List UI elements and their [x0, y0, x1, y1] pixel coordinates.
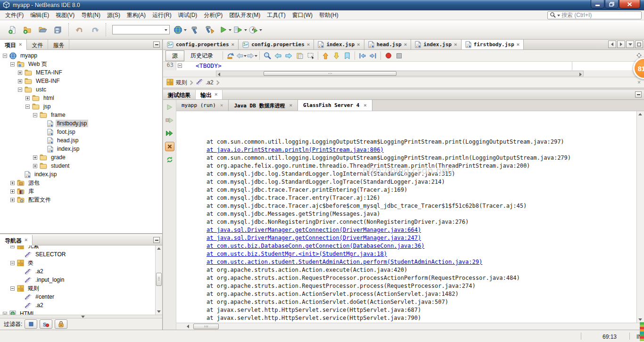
- tab-item[interactable]: 输出×: [196, 90, 223, 99]
- close-icon[interactable]: ×: [404, 41, 407, 48]
- project-tree-item-ustc[interactable]: ustc: [0, 85, 162, 94]
- find-next-occurrence-button[interactable]: [283, 51, 294, 60]
- stack-trace-line[interactable]: at java.sql.DriverManager.getConnection(…: [206, 226, 636, 234]
- rerun-debug-button[interactable]: [165, 115, 174, 125]
- scroll-left-icon[interactable]: [187, 325, 189, 328]
- close-icon[interactable]: ×: [517, 41, 520, 48]
- expand-icon[interactable]: [25, 96, 30, 100]
- project-tree-item-firstbody-jsp[interactable]: firstbody.jsp: [0, 119, 162, 128]
- editor-tab-config-properties[interactable]: config.properties×: [163, 40, 239, 49]
- navigator-item-input-login[interactable]: .input_login: [0, 276, 162, 284]
- expand-icon[interactable]: [18, 79, 22, 83]
- refresh-button[interactable]: [165, 155, 174, 164]
- close-button[interactable]: [619, 0, 640, 8]
- close-icon[interactable]: ×: [307, 41, 310, 48]
- stack-trace-line[interactable]: at com.ustc.action.student.StudentAdminA…: [206, 258, 636, 266]
- close-icon[interactable]: ×: [220, 102, 223, 111]
- project-tree-item-jsp[interactable]: jsp: [0, 102, 162, 111]
- tab-item[interactable]: 项目×: [0, 40, 27, 50]
- collapse-icon[interactable]: [18, 88, 22, 92]
- project-tree-item-index-jsp[interactable]: index.jsp: [0, 170, 162, 179]
- navigator-item-selector[interactable]: SELECTOR: [0, 250, 162, 259]
- project-tree-item-item[interactable]: 源包: [0, 179, 162, 187]
- menu-13[interactable]: 帮助(H): [316, 10, 342, 21]
- project-tree-item-foot-jsp[interactable]: foot.jsp: [0, 128, 162, 136]
- expand-icon[interactable]: [33, 155, 37, 160]
- project-tree-item-web[interactable]: Web 页: [0, 60, 162, 68]
- scroll-up-icon[interactable]: [157, 247, 161, 250]
- navigator-item-item[interactable]: 规则: [0, 284, 162, 293]
- stop-server-button[interactable]: [165, 142, 174, 151]
- collapse-icon[interactable]: [10, 286, 15, 291]
- debug-project-button[interactable]: [234, 23, 247, 37]
- output-tab-glassfish-server-4[interactable]: GlassFish Server 4×: [298, 100, 372, 111]
- scroll-right-icon[interactable]: [579, 73, 582, 76]
- navigator-item-item[interactable]: 元素: [0, 245, 162, 250]
- filter-show-elements-button[interactable]: [25, 319, 37, 329]
- menu-2[interactable]: 编辑(E): [27, 10, 52, 21]
- save-all-button[interactable]: [51, 23, 64, 37]
- build-project-button[interactable]: [189, 23, 202, 37]
- title-bar[interactable]: myapp - NetBeans IDE 8.0: [0, 0, 644, 10]
- project-tree-item-frame[interactable]: frame: [0, 111, 162, 119]
- tab-list-dropdown-button[interactable]: [626, 41, 634, 48]
- close-icon[interactable]: ×: [25, 237, 27, 245]
- scroll-down-icon[interactable]: [157, 310, 161, 313]
- menu-10[interactable]: 团队开发(M): [226, 10, 264, 21]
- clean-build-project-button[interactable]: [204, 23, 217, 37]
- output-vertical-scrollbar[interactable]: [636, 111, 644, 323]
- history-view-button[interactable]: 历史记录: [185, 51, 218, 61]
- stack-trace-line[interactable]: at java.io.PrintStream.println(PrintStre…: [206, 146, 636, 154]
- last-edit-position-button[interactable]: [225, 51, 236, 60]
- menu-8[interactable]: 调试(D): [175, 10, 201, 21]
- editor-tab-config-properties[interactable]: config.properties×: [239, 40, 314, 49]
- breadcrumb-item-rules[interactable]: 规则: [166, 79, 187, 87]
- next-bookmark-button[interactable]: [331, 51, 342, 60]
- project-tree-item-item[interactable]: 配置文件: [0, 195, 162, 204]
- toggle-highlight-search-button[interactable]: [294, 51, 305, 60]
- project-tree-item-head-jsp[interactable]: head.jsp: [0, 136, 162, 145]
- editor-tab-index-jsp[interactable]: index.jsp×: [314, 40, 364, 49]
- minimize-window-group-button[interactable]: [153, 41, 160, 48]
- close-icon[interactable]: ×: [19, 41, 22, 50]
- output-tab-myapp-run[interactable]: myapp (run)×: [176, 100, 229, 111]
- close-icon[interactable]: ×: [215, 91, 217, 99]
- scroll-down-icon[interactable]: [638, 318, 642, 321]
- deploy-button[interactable]: [173, 23, 187, 37]
- navigator-item-html[interactable]: HTML: [0, 309, 162, 315]
- expand-icon[interactable]: [18, 71, 22, 75]
- menu-9[interactable]: 分析(P): [200, 10, 226, 21]
- expand-icon[interactable]: [10, 189, 15, 194]
- menu-11[interactable]: 工具(T): [264, 10, 289, 21]
- collapse-icon[interactable]: [10, 245, 15, 248]
- collapse-icon[interactable]: [33, 113, 37, 117]
- close-breadcrumb-icon[interactable]: ×: [637, 79, 641, 86]
- scroll-tabs-right-button[interactable]: [617, 41, 625, 48]
- scrollbar-thumb[interactable]: [193, 324, 219, 329]
- close-icon[interactable]: ×: [289, 102, 292, 111]
- scroll-up-icon[interactable]: [638, 113, 642, 115]
- expand-icon[interactable]: [10, 198, 15, 202]
- output-tab-java-db[interactable]: Java DB 数据库进程×: [229, 100, 298, 111]
- source-view-button[interactable]: 源: [165, 50, 184, 61]
- filter-show-states-button[interactable]: S: [40, 319, 52, 329]
- menu-1[interactable]: 文件(F): [2, 10, 27, 21]
- output-horizontal-scrollbar[interactable]: [176, 323, 644, 330]
- navigator-item-item[interactable]: 类: [0, 259, 162, 267]
- editor-tab-head-jsp[interactable]: head.jsp×: [364, 40, 412, 49]
- editor-tab-firstbody-jsp[interactable]: firstbody.jsp×: [462, 40, 524, 49]
- configuration-combobox[interactable]: [112, 25, 170, 34]
- breadcrumb-item-a2[interactable]: .a2: [196, 79, 214, 86]
- project-tree-item-web-inf[interactable]: WEB-INF: [0, 77, 162, 85]
- menu-4[interactable]: 导航(N): [78, 10, 104, 21]
- menu-7[interactable]: 运行(R): [149, 10, 175, 21]
- project-tree-item-student[interactable]: student: [0, 162, 162, 170]
- find-previous-occurrence-button[interactable]: [272, 51, 283, 60]
- back-button[interactable]: [236, 51, 247, 60]
- expand-icon[interactable]: [33, 164, 37, 168]
- previous-bookmark-button[interactable]: [320, 51, 331, 60]
- collapse-icon[interactable]: [25, 105, 30, 109]
- filter-show-read-only-button[interactable]: [55, 319, 67, 329]
- shift-line-right-button[interactable]: [368, 51, 379, 60]
- project-tree-item-html[interactable]: html: [0, 94, 162, 102]
